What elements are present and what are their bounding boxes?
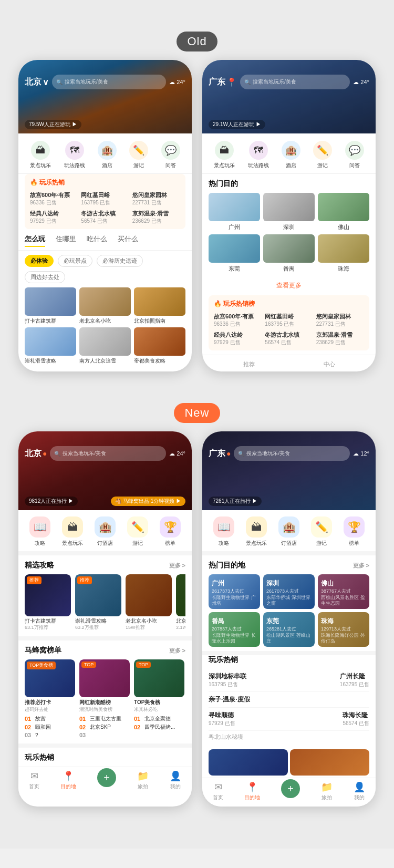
hot-item-5[interactable]: 冬游古北水镇 56574 已售	[81, 210, 129, 225]
new-search-gd[interactable]: 🔍 搜索当地玩乐/美食	[234, 446, 350, 461]
hot-gd-2[interactable]: 网红墓田峪 163795 已售	[265, 313, 313, 328]
tab-what-eat[interactable]: 吃什么	[87, 234, 107, 247]
add-icon[interactable]: +	[97, 768, 116, 787]
new-hot-item-3[interactable]: 寻味顺德 97929 已售 珠海长隆 56574 已售	[209, 708, 369, 731]
new-dest-dg[interactable]: 东莞 265281人去过 松山湖风景区 莲峰山庄	[263, 612, 315, 647]
tab-center[interactable]: 中心	[324, 360, 335, 368]
guide-card-1[interactable]: 推荐 打卡古建筑群 63.1万推荐	[25, 574, 71, 631]
new-dest-zh[interactable]: 珠海 129713人去过 珠海长隆海洋公园 外伶仃岛	[318, 612, 369, 647]
icon-gd-hotel[interactable]: 🏨 酒店	[282, 141, 300, 169]
guide-card-4[interactable]: 北京拍照指南 2.1W推荐	[176, 574, 185, 631]
icon-routes[interactable]: 🗺 玩法路线	[64, 141, 85, 169]
subtag-attractions[interactable]: 必玩景点	[58, 255, 92, 267]
subtag-must[interactable]: 必体验	[25, 255, 54, 267]
hot-gd-5[interactable]: 冬游古北水镇 56574 已售	[265, 331, 313, 346]
new-icon-guide-gd[interactable]: 📖 攻略	[213, 516, 234, 547]
new-dest-gz[interactable]: 广州 2617373人去过 长隆野生动物世界 广州塔	[209, 574, 260, 609]
tab-how-to-play[interactable]: 怎么玩	[25, 234, 45, 247]
divider-gd-1	[202, 551, 376, 555]
video-badge[interactable]: 🐴 马蜂窝出品·1分钟视频 ▶	[111, 497, 185, 506]
tab-recommend[interactable]: 推荐	[243, 360, 255, 368]
new-dest-sz[interactable]: 深圳 2617073人去过 东部华侨城 深圳世界之窗	[263, 574, 315, 609]
hot-item-2[interactable]: 网红墓田峪 163795 已售	[81, 191, 129, 206]
icon-gd-attractions[interactable]: 🏔 景点玩乐	[214, 141, 235, 169]
guide-card-3[interactable]: 老北京名小吃 15W推荐	[126, 574, 172, 631]
new-icon-rank[interactable]: 🏆 榜单	[160, 516, 181, 547]
new-phones-row: 北京 ● 🔍 搜索当地玩乐/美食 ☁ 24° 9812人正在旅行 ▶ 🐴 马蜂窝…	[0, 431, 394, 807]
hot-item-1[interactable]: 故宫600年·有票 96336 已售	[30, 191, 78, 206]
article-1[interactable]: 打卡古建筑群	[25, 287, 76, 324]
nav-destination[interactable]: 📍 目的地	[60, 770, 76, 790]
new-dest-fs[interactable]: 佛山 387767人去过 西樵山风景名胜区 盈生生态园	[318, 574, 369, 609]
new-phone-beijing: 北京 ● 🔍 搜索当地玩乐/美食 ☁ 24° 9812人正在旅行 ▶ 🐴 马蜂窝…	[18, 431, 192, 807]
dest-pg[interactable]: 番禺	[263, 234, 315, 273]
new-icon-rank-gd[interactable]: 🏆 榜单	[344, 516, 365, 547]
nav-mine[interactable]: 👤 我的	[170, 770, 181, 790]
article-4[interactable]: 崇礼滑雪攻略	[25, 327, 76, 364]
tab-what-buy[interactable]: 买什么	[118, 234, 138, 247]
home-icon-gd: ✉	[214, 781, 222, 793]
nav-dest-gd[interactable]: 📍 目的地	[244, 781, 260, 801]
list-card-1[interactable]: TOP美食榜 推荐必打卡 起码好去处 01故宫 02颐和园 03?	[25, 659, 75, 739]
hot-gd-6[interactable]: 京郊温泉·滑雪 238629 已售	[316, 331, 364, 346]
icon-gd-diary[interactable]: ✏️ 游记	[313, 141, 332, 169]
article-5[interactable]: 南方人北京追雪	[79, 327, 131, 364]
nav-home[interactable]: ✉ 首页	[29, 770, 39, 790]
icon-diary[interactable]: ✏️ 游记	[129, 141, 148, 169]
new-dest-pg[interactable]: 番禺 207837人去过 长隆野生动物世界 长隆水上乐园	[209, 612, 260, 647]
dest-gz[interactable]: 广州	[209, 193, 260, 231]
hot-item-3[interactable]: 悠闲皇家园林 227731 已售	[132, 191, 180, 206]
list-card-3[interactable]: TOP TOP美食榜 米其林必吃 01北京全聚德 02四季民福烤...	[134, 659, 184, 739]
nav-add-gd[interactable]: +	[281, 784, 300, 798]
new-icon-attractions[interactable]: 🏔 景点玩乐	[62, 516, 83, 547]
dest-sz[interactable]: 深圳	[263, 193, 315, 231]
dest-more[interactable]: 更多 >	[353, 562, 369, 570]
divider-1	[18, 551, 192, 555]
hot-gd-3[interactable]: 悠闲皇家园林 227731 已售	[316, 313, 364, 328]
tab-where-stay[interactable]: 住哪里	[56, 234, 76, 247]
nav-add[interactable]: +	[97, 773, 116, 787]
new-dest-img-gz: 广州 2617373人去过 长隆野生动物世界 广州塔	[209, 574, 260, 609]
new-hot-item-2[interactable]: 亲子·温泉·度假	[209, 692, 369, 708]
dest-zh[interactable]: 珠海	[318, 234, 369, 273]
new-icon-diary-gd[interactable]: ✏️ 游记	[311, 516, 332, 547]
search-bar[interactable]: 🔍 搜索当地玩乐/美食	[52, 75, 166, 89]
nav-photo[interactable]: 📁 旅拍	[137, 770, 149, 790]
dest-dg[interactable]: 东莞	[209, 234, 260, 273]
icon-gd-routes[interactable]: 🗺 玩法路线	[248, 141, 269, 169]
new-city-title: 北京 ●	[25, 448, 47, 459]
hot-item-6[interactable]: 京郊温泉·滑雪 236629 已售	[132, 210, 180, 225]
city-title: 北京 ∨	[25, 77, 49, 88]
new-icon-attractions-gd[interactable]: 🏔 景点玩乐	[246, 516, 267, 547]
guides-more[interactable]: 更多 >	[169, 562, 185, 570]
icon-qa[interactable]: 💬 问答	[161, 141, 180, 169]
weather: ☁ 24°	[169, 79, 185, 86]
new-hot-item-1[interactable]: 深圳地标串联 163795 已售 广州长隆 163795 已售	[209, 669, 369, 692]
swallow-more[interactable]: 更多 >	[169, 647, 185, 655]
article-6[interactable]: 帝都美食攻略	[134, 327, 185, 364]
list-card-2[interactable]: TOP 网红新潮酷榜 潮流时尚美食榜 01三里屯太古里 02北京SKP 03	[79, 659, 130, 739]
new-icon-hotel[interactable]: 🏨 订酒店	[95, 516, 116, 547]
add-icon-gd[interactable]: +	[281, 779, 300, 798]
new-icon-hotel-gd[interactable]: 🏨 订酒店	[278, 516, 299, 547]
hot-gd-1[interactable]: 故宫600年·有票 96336 已售	[214, 313, 262, 328]
icon-attractions[interactable]: 🏔 景点玩乐	[30, 141, 51, 169]
new-icon-guide[interactable]: 📖 攻略	[29, 516, 50, 547]
article-3[interactable]: 北京拍照指南	[134, 287, 185, 324]
dest-fs[interactable]: 佛山	[318, 193, 369, 231]
new-icon-diary[interactable]: ✏️ 游记	[127, 516, 148, 547]
icon-gd-qa[interactable]: 💬 问答	[345, 141, 364, 169]
subtag-nearby[interactable]: 周边好去处	[25, 271, 65, 283]
hot-gd-4[interactable]: 经典八达岭 97929 已售	[214, 331, 262, 346]
hot-item-4[interactable]: 经典八达岭 97929 已售	[30, 210, 78, 225]
article-2[interactable]: 老北京名小吃	[79, 287, 131, 324]
icon-hotel[interactable]: 🏨 酒店	[98, 141, 117, 169]
nav-home-gd[interactable]: ✉ 首页	[213, 781, 223, 801]
nav-mine-gd[interactable]: 👤 我的	[354, 781, 365, 801]
new-search-bar[interactable]: 🔍 搜索当地玩乐/美食	[50, 446, 166, 461]
search-bar-gd[interactable]: 🔍 搜索当地玩乐/美食	[240, 75, 350, 89]
guide-card-2[interactable]: 推荐 崇礼滑雪攻略 63.2万推荐	[75, 574, 121, 631]
view-more[interactable]: 查看更多	[202, 278, 376, 295]
subtag-history[interactable]: 必游历史遗迹	[97, 255, 143, 267]
nav-photo-gd[interactable]: 📁 旅拍	[321, 781, 333, 801]
